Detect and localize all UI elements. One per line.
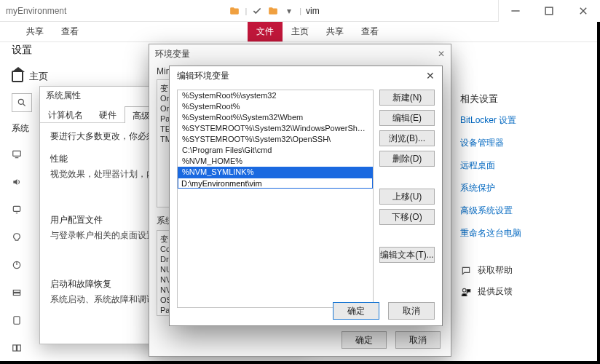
explorer-caption: myEnvironment	[0, 6, 72, 16]
chat-icon	[460, 265, 472, 277]
check-icon[interactable]	[251, 5, 263, 17]
delete-button[interactable]: 删除(D)	[379, 151, 435, 167]
editenv-close-icon[interactable]: ✕	[426, 70, 435, 82]
sound-icon[interactable]	[12, 177, 23, 189]
ribbon-tab-file[interactable]: 文件	[248, 22, 283, 41]
ribbon-tab-share-left[interactable]: 共享	[17, 22, 52, 41]
move-down-button[interactable]: 下移(O)	[379, 209, 435, 225]
envvar-ok-button[interactable]: 确定	[342, 331, 387, 349]
tab-hardware[interactable]: 硬件	[91, 106, 125, 122]
svg-rect-8	[13, 345, 17, 351]
power-icon[interactable]	[12, 260, 23, 272]
settings-related-column: 相关设置 BitLocker 设置 设备管理器 远程桌面 系统保护 高级系统设置…	[460, 69, 591, 306]
maximize-button[interactable]	[532, 0, 566, 22]
minimize-button[interactable]	[499, 0, 532, 22]
svg-rect-6	[13, 293, 20, 296]
get-help-row[interactable]: 获取帮助	[460, 264, 591, 277]
close-button[interactable]	[567, 0, 600, 22]
link-remote-desktop[interactable]: 远程桌面	[460, 159, 591, 172]
editenv-cancel-button[interactable]: 取消	[388, 302, 435, 320]
settings-title: 设置	[12, 44, 150, 57]
feedback-icon	[460, 286, 472, 298]
new-button[interactable]: 新建(N)	[379, 90, 435, 106]
folder-icon	[267, 5, 279, 17]
settings-search-stub[interactable]	[12, 93, 32, 112]
edit-env-variable-dialog: 编辑环境变量 ✕ %SystemRoot%\system32 %SystemRo…	[169, 66, 443, 326]
envvar-title: 环境变量	[155, 48, 190, 60]
notification-icon[interactable]	[12, 205, 23, 216]
list-item[interactable]: C:\Program Files\Git\cmd	[178, 145, 373, 156]
list-item-editing[interactable]	[178, 178, 373, 189]
ribbon-left-group: 共享 查看	[0, 22, 87, 41]
svg-point-1	[18, 99, 23, 104]
editenv-ok-button[interactable]: 确定	[333, 302, 379, 320]
link-rename-pc[interactable]: 重命名这台电脑	[460, 227, 591, 240]
ribbon-tab-share[interactable]: 共享	[317, 22, 352, 41]
link-system-protect[interactable]: 系统保护	[460, 182, 591, 194]
breadcrumb[interactable]: vim	[306, 6, 320, 16]
edit-text-button[interactable]: 编辑文本(T)...	[379, 247, 435, 263]
list-item[interactable]: %NVM_HOME%	[178, 156, 373, 167]
envvar-cancel-button[interactable]: 取消	[395, 331, 441, 349]
explorer-ribbon: 共享 查看 文件 主页 共享 查看	[0, 22, 597, 42]
ribbon-tab-home[interactable]: 主页	[283, 22, 317, 41]
separator: |	[299, 7, 301, 15]
explorer-quick-access: | ▾ | vim	[229, 5, 319, 17]
multitask-icon[interactable]	[12, 343, 23, 355]
list-item-selected[interactable]: %NVM_SYMLINK%	[178, 167, 373, 178]
svg-rect-2	[13, 151, 21, 156]
settings-home-label: 主页	[29, 70, 48, 83]
editenv-side-buttons: 新建(N) 编辑(E) 浏览(B)... 删除(D) 上移(U) 下移(O) 编…	[379, 90, 435, 263]
link-device-manager[interactable]: 设备管理器	[460, 137, 591, 149]
list-item[interactable]: %SystemRoot%\System32\Wbem	[178, 112, 373, 123]
editenv-path-list[interactable]: %SystemRoot%\system32 %SystemRoot% %Syst…	[177, 90, 374, 308]
focus-icon[interactable]	[12, 232, 23, 244]
tablet-icon[interactable]	[12, 315, 23, 327]
browse-button[interactable]: 浏览(B)...	[379, 130, 435, 146]
svg-rect-0	[546, 7, 553, 15]
related-settings-title: 相关设置	[460, 92, 591, 106]
feedback-label: 提供反馈	[478, 285, 513, 298]
list-item[interactable]: %SystemRoot%	[178, 101, 373, 112]
display-icon[interactable]	[12, 149, 23, 161]
edit-button[interactable]: 编辑(E)	[379, 110, 435, 126]
list-item[interactable]: %SystemRoot%\system32	[178, 90, 373, 101]
move-up-button[interactable]: 上移(U)	[379, 189, 435, 205]
ribbon-tab-view[interactable]: 查看	[352, 22, 387, 41]
list-item[interactable]: %SYSTEMROOT%\System32\OpenSSH\	[178, 134, 373, 145]
settings-home-row[interactable]: 主页	[12, 70, 150, 83]
svg-point-10	[462, 288, 466, 292]
home-icon	[12, 71, 23, 82]
dropdown-icon[interactable]: ▾	[283, 5, 295, 17]
editenv-title: 编辑环境变量	[177, 70, 229, 82]
path-edit-input[interactable]	[178, 178, 373, 189]
link-advanced-system[interactable]: 高级系统设置	[460, 205, 591, 217]
storage-icon[interactable]	[12, 288, 23, 299]
svg-rect-3	[13, 206, 20, 211]
ribbon-tab-view-left[interactable]: 查看	[52, 22, 87, 41]
ribbon-left-pad	[0, 22, 17, 41]
link-bitlocker[interactable]: BitLocker 设置	[460, 114, 591, 127]
svg-rect-9	[17, 345, 21, 351]
feedback-row[interactable]: 提供反馈	[460, 285, 591, 298]
svg-rect-5	[13, 290, 20, 293]
separator: |	[245, 7, 247, 15]
list-item[interactable]: %SYSTEMROOT%\System32\WindowsPowerShell\…	[178, 123, 373, 134]
tab-computer-name[interactable]: 计算机名	[40, 106, 91, 122]
envvar-close-icon[interactable]: ✕	[438, 49, 445, 59]
svg-rect-7	[14, 317, 20, 325]
ribbon-right-group: 文件 主页 共享 查看	[248, 22, 387, 41]
folder-icon	[229, 5, 240, 17]
get-help-label: 获取帮助	[478, 264, 513, 277]
window-controls	[498, 0, 600, 22]
